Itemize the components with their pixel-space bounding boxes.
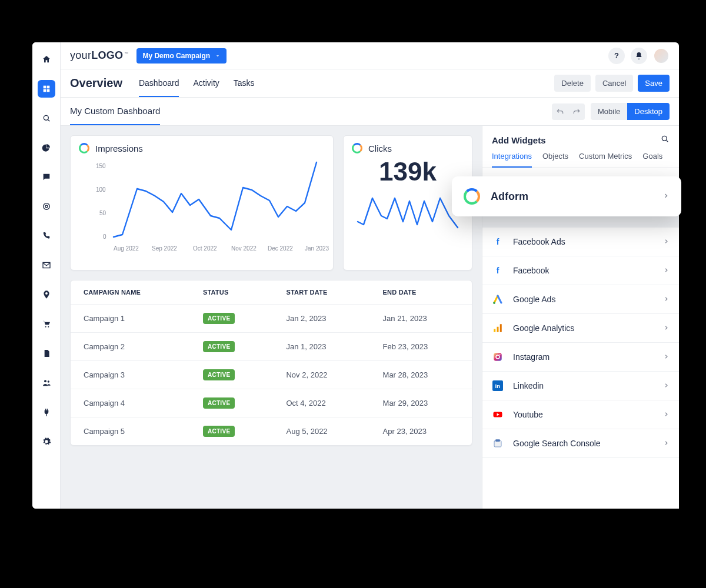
chevron-right-icon — [663, 438, 670, 449]
integration-icon — [492, 351, 504, 363]
integration-item[interactable]: inLinkedin — [482, 372, 679, 400]
cell-start: Aug 5, 2022 — [273, 417, 369, 446]
panel-tab-custom[interactable]: Custom Metrics — [579, 152, 632, 168]
chat-icon[interactable] — [38, 168, 55, 186]
panel-tab-goals[interactable]: Goals — [642, 152, 662, 168]
integration-item[interactable]: Google Analytics — [482, 314, 679, 343]
clicks-title: Clicks — [368, 143, 392, 153]
pin-icon[interactable] — [38, 286, 55, 303]
tab-activity[interactable]: Activity — [193, 69, 219, 97]
panel-tab-integrations[interactable]: Integrations — [492, 152, 532, 168]
col-status: STATUS — [190, 280, 274, 305]
chevron-right-icon — [663, 352, 670, 362]
svg-text:Aug 2022: Aug 2022 — [114, 245, 139, 252]
search-icon[interactable] — [38, 109, 55, 127]
integration-item[interactable]: Google Ads — [482, 285, 679, 314]
svg-point-22 — [493, 302, 495, 304]
svg-text:50: 50 — [99, 210, 106, 216]
logo: yourLOGO™ — [70, 49, 128, 62]
integration-icon: in — [492, 380, 504, 392]
avatar[interactable] — [653, 48, 670, 64]
table-row[interactable]: Campaign 2ACTIVEJan 1, 2023Feb 23, 2023 — [71, 333, 472, 361]
svg-text:Sep 2022: Sep 2022 — [152, 245, 177, 252]
status-badge: ACTIVE — [203, 313, 235, 324]
grid-icon[interactable] — [38, 80, 55, 98]
save-button[interactable]: Save — [638, 75, 670, 92]
target-icon[interactable] — [38, 198, 55, 215]
mail-icon[interactable] — [38, 256, 55, 274]
impressions-widget[interactable]: Impressions 150 100 50 0 Aug 2022 Sep 20… — [70, 135, 334, 270]
tab-dashboard[interactable]: Dashboard — [139, 69, 179, 97]
home-icon[interactable] — [38, 51, 55, 68]
help-button[interactable]: ? — [608, 48, 625, 64]
cell-status: ACTIVE — [190, 333, 274, 361]
col-campaign-name: CAMPAIGN NAME — [71, 280, 190, 305]
integration-item[interactable]: fFacebook Ads — [482, 228, 679, 256]
svg-point-4 — [44, 115, 48, 120]
svg-point-5 — [43, 203, 49, 210]
pie-icon[interactable] — [38, 139, 55, 156]
integration-icon — [492, 437, 504, 449]
gear-icon[interactable] — [38, 433, 55, 450]
svg-text:in: in — [495, 383, 501, 389]
file-icon[interactable] — [38, 345, 55, 362]
table-row[interactable]: Campaign 5ACTIVEAug 5, 2022Apr 23, 2023 — [71, 417, 472, 446]
integration-icon: f — [492, 236, 504, 248]
chevron-right-icon — [663, 380, 670, 391]
integration-icon — [492, 322, 504, 334]
svg-rect-26 — [494, 353, 502, 361]
redo-button[interactable] — [568, 103, 585, 120]
integration-label: Google Ads — [513, 295, 555, 304]
integration-label: Google Search Console — [513, 439, 601, 448]
panel-tab-objects[interactable]: Objects — [542, 152, 568, 168]
table-row[interactable]: Campaign 3ACTIVENov 2, 2022Mar 28, 2023 — [71, 361, 472, 389]
col-end-date: END DATE — [370, 280, 472, 305]
svg-text:150: 150 — [96, 163, 106, 169]
integration-label: Adform — [491, 191, 528, 203]
panel-title: Add Widgets — [492, 135, 546, 145]
cell-name: Campaign 3 — [71, 361, 190, 389]
sidebar-rail — [32, 42, 61, 509]
integration-icon — [492, 409, 504, 420]
logo-prefix: your — [70, 49, 91, 61]
status-badge: ACTIVE — [203, 341, 235, 352]
cell-end: Apr 23, 2023 — [370, 417, 472, 446]
chevron-right-icon — [663, 236, 670, 247]
cell-start: Jan 1, 2023 — [273, 333, 369, 361]
svg-text:Dec 2022: Dec 2022 — [268, 245, 293, 252]
plug-icon[interactable] — [38, 403, 55, 421]
delete-button[interactable]: Delete — [554, 75, 591, 92]
dashboard-canvas: Impressions 150 100 50 0 Aug 2022 Sep 20… — [61, 126, 482, 509]
svg-text:100: 100 — [96, 186, 106, 193]
table-row[interactable]: Campaign 1ACTIVEJan 2, 2023Jan 21, 2023 — [71, 305, 472, 333]
cell-start: Jan 2, 2023 — [273, 305, 369, 333]
cell-status: ACTIVE — [190, 389, 274, 417]
cell-status: ACTIVE — [190, 361, 274, 389]
tab-tasks[interactable]: Tasks — [234, 69, 255, 97]
logo-tm: ™ — [124, 52, 128, 56]
device-desktop[interactable]: Desktop — [627, 103, 670, 120]
svg-rect-25 — [500, 324, 502, 332]
integration-item[interactable]: Instagram — [482, 343, 679, 372]
panel-search-icon[interactable] — [660, 134, 670, 146]
table-row[interactable]: Campaign 4ACTIVEOct 4, 2022Mar 29, 2023 — [71, 389, 472, 417]
svg-rect-23 — [494, 329, 495, 332]
campaign-selector[interactable]: My Demo Campaign — [136, 48, 227, 64]
integration-label: Linkedin — [513, 381, 544, 390]
phone-icon[interactable] — [38, 227, 55, 245]
integration-item[interactable]: fFacebook — [482, 256, 679, 285]
integration-item[interactable]: Youtube — [482, 400, 679, 429]
integration-item-adform-floating[interactable]: Adform — [452, 176, 681, 216]
people-icon[interactable] — [38, 374, 55, 392]
dashboard-name-tab[interactable]: My Custom Dashboard — [70, 98, 160, 125]
notifications-button[interactable] — [631, 48, 647, 64]
integration-item[interactable]: Google Search Console — [482, 429, 679, 458]
dashboard-bar: My Custom Dashboard Mobile Desktop — [61, 98, 679, 126]
cancel-button[interactable]: Cancel — [595, 75, 633, 92]
device-mobile[interactable]: Mobile — [591, 103, 627, 120]
status-badge: ACTIVE — [203, 426, 235, 437]
integration-label: Youtube — [513, 410, 543, 419]
cell-end: Feb 23, 2023 — [370, 333, 472, 361]
undo-button[interactable] — [552, 103, 568, 120]
cart-icon[interactable] — [38, 315, 55, 333]
